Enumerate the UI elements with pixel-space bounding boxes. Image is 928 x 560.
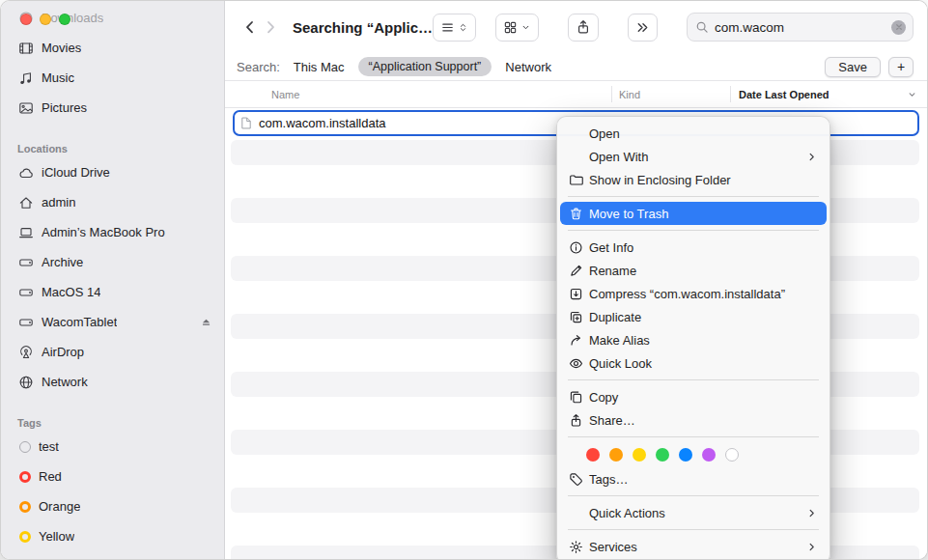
hard-drive-icon: [17, 255, 34, 270]
menu-item-move-to-trash[interactable]: Move to Trash: [560, 202, 827, 225]
sidebar-item-archive[interactable]: Archive: [1, 247, 224, 277]
sidebar-item-label: Network: [42, 375, 88, 389]
clear-search-icon[interactable]: [891, 20, 906, 35]
film-icon: [17, 41, 34, 56]
sidebar-section-tags: Tags: [1, 397, 224, 432]
sidebar-item-movies[interactable]: Movies: [1, 33, 224, 63]
save-search-button[interactable]: Save: [825, 57, 881, 77]
menu-item-open[interactable]: Open: [560, 122, 827, 145]
menu-item-show-in-enclosing-folder[interactable]: Show in Enclosing Folder: [560, 168, 827, 191]
sidebar: Downloads Movies Music Pictures Location…: [1, 1, 225, 559]
scope-application-support[interactable]: “Application Support”: [358, 57, 492, 76]
menu-item-make-alias[interactable]: Make Alias: [560, 328, 827, 351]
double-chevron-right-icon: [635, 20, 650, 35]
sidebar-item-airdrop[interactable]: AirDrop: [1, 337, 224, 367]
menu-item-label: Services: [589, 540, 637, 554]
menu-item-quick-actions[interactable]: Quick Actions: [560, 501, 827, 524]
sidebar-item-label: Orange: [39, 499, 80, 514]
tag-circle-icon: [19, 501, 31, 513]
tag-icon: [568, 471, 583, 487]
hard-drive-icon: [17, 315, 34, 330]
search-input[interactable]: [715, 20, 886, 35]
laptop-icon: [17, 225, 34, 240]
sidebar-item-label: Archive: [42, 255, 83, 269]
menu-item-tags[interactable]: Tags…: [560, 467, 827, 490]
pencil-icon: [568, 263, 583, 278]
sidebar-item-tag-orange[interactable]: Orange: [1, 491, 224, 521]
zoom-button[interactable]: [59, 14, 70, 25]
submenu-chevron-icon: [806, 152, 817, 162]
sidebar-item-network[interactable]: Network: [1, 367, 224, 397]
menu-item-label: Rename: [589, 264, 636, 278]
duplicate-icon: [568, 309, 583, 324]
tag-color-purple[interactable]: [702, 448, 716, 462]
search-scope-bar: Search: This Mac “Application Support” N…: [225, 53, 927, 81]
menu-separator: [568, 230, 819, 231]
sidebar-item-macbook-pro[interactable]: Admin’s MacBook Pro: [1, 217, 224, 247]
group-by-button[interactable]: [495, 14, 539, 42]
column-divider[interactable]: [611, 86, 612, 102]
context-menu: Open Open With Show in Enclosing Folder …: [556, 116, 830, 560]
menu-item-get-info[interactable]: Get Info: [560, 236, 827, 259]
sidebar-item-label: Yellow: [39, 529, 74, 544]
sort-chevron-icon[interactable]: [907, 89, 917, 99]
column-header-kind[interactable]: Kind: [619, 89, 640, 100]
trash-icon: [568, 206, 583, 221]
minimize-button[interactable]: [40, 14, 51, 25]
globe-icon: [17, 375, 34, 390]
menu-item-label: Get Info: [589, 240, 633, 255]
tag-color-yellow[interactable]: [633, 448, 646, 462]
menu-item-label: Duplicate: [589, 310, 641, 324]
alias-arrow-icon: [568, 332, 583, 348]
sidebar-item-tag-red[interactable]: Red: [1, 462, 224, 491]
column-header-date-last-opened[interactable]: Date Last Opened: [739, 89, 830, 100]
tag-color-red[interactable]: [586, 448, 600, 462]
back-button[interactable]: [240, 13, 261, 42]
menu-item-rename[interactable]: Rename: [560, 259, 827, 282]
sidebar-item-label: Pictures: [42, 100, 87, 115]
view-mode-button[interactable]: [433, 14, 476, 42]
column-header-name[interactable]: Name: [271, 89, 299, 100]
sidebar-item-tag-yellow[interactable]: Yellow: [1, 521, 224, 551]
tag-color-none[interactable]: [725, 448, 739, 462]
tag-color-orange[interactable]: [609, 448, 623, 462]
menu-separator: [568, 529, 819, 530]
column-divider[interactable]: [730, 86, 731, 102]
tag-circle-icon: [19, 531, 31, 543]
menu-item-label: Open: [589, 126, 620, 141]
menu-item-label: Compress “com.wacom.installdata”: [589, 287, 785, 301]
sidebar-item-label: MacOS 14: [42, 285, 100, 299]
menu-item-label: Quick Look: [589, 356, 652, 371]
more-toolbar-items-button[interactable]: [628, 14, 658, 42]
sidebar-item-label: Music: [42, 70, 74, 85]
menu-item-copy[interactable]: Copy: [560, 385, 827, 408]
sidebar-item-pictures[interactable]: Pictures: [1, 93, 224, 123]
document-icon: [239, 116, 253, 130]
share-icon: [568, 412, 583, 428]
tag-color-blue[interactable]: [679, 448, 692, 462]
menu-item-open-with[interactable]: Open With: [560, 145, 827, 168]
menu-item-compress[interactable]: Compress “com.wacom.installdata”: [560, 282, 827, 305]
photo-icon: [17, 100, 34, 116]
forward-button[interactable]: [261, 13, 281, 42]
add-scope-button[interactable]: +: [888, 57, 914, 77]
eject-icon[interactable]: [200, 316, 212, 328]
menu-item-duplicate[interactable]: Duplicate: [560, 305, 827, 328]
close-button[interactable]: [20, 14, 32, 25]
sidebar-item-macos-14[interactable]: MacOS 14: [1, 277, 224, 307]
scope-network[interactable]: Network: [505, 60, 551, 74]
sidebar-item-tag-test[interactable]: test: [1, 432, 224, 462]
eye-icon: [568, 355, 583, 371]
menu-item-share[interactable]: Share…: [560, 408, 827, 432]
sidebar-item-admin[interactable]: admin: [1, 187, 224, 217]
gear-icon: [568, 539, 583, 554]
menu-item-quick-look[interactable]: Quick Look: [560, 351, 827, 375]
menu-item-services[interactable]: Services: [560, 535, 827, 558]
tag-circle-icon: [19, 441, 31, 453]
sidebar-item-wacomtablet[interactable]: WacomTablet: [1, 307, 224, 337]
share-button[interactable]: [568, 14, 599, 42]
scope-this-mac[interactable]: This Mac: [294, 60, 345, 74]
sidebar-item-icloud-drive[interactable]: iCloud Drive: [1, 157, 224, 187]
sidebar-item-music[interactable]: Music: [1, 63, 224, 93]
tag-color-green[interactable]: [656, 448, 669, 462]
